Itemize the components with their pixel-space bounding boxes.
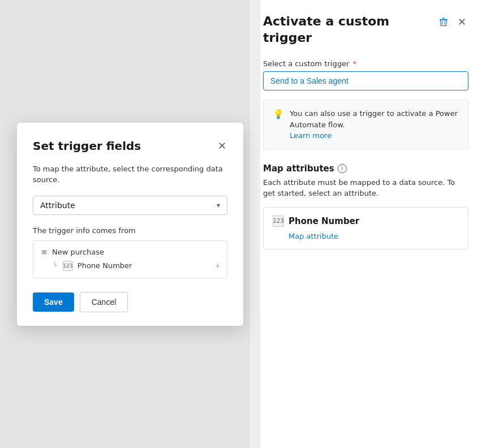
trigger-field-label: Select a custom trigger *	[263, 59, 468, 68]
close-panel-icon: ✕	[458, 16, 466, 28]
tree-branch-icon: └	[53, 261, 57, 270]
attribute-card: 123 Phone Number Map attribute	[263, 207, 468, 249]
trigger-info-label: The trigger info comes from	[33, 226, 227, 235]
source-item-text: Phone Number	[78, 261, 132, 270]
dialog-close-icon: ✕	[218, 140, 226, 152]
phone-number-source-icon: 123	[63, 261, 73, 271]
map-attributes-desc: Each attribute must be mapped to a data …	[263, 177, 468, 199]
dialog-title: Set trigger fields	[33, 139, 141, 153]
info-text: You can also use a trigger to activate a…	[290, 108, 459, 141]
delete-button[interactable]	[436, 15, 451, 29]
close-panel-button[interactable]: ✕	[455, 14, 468, 31]
dialog-header: Set trigger fields ✕	[33, 139, 227, 153]
list-item: ≡ New purchase	[41, 248, 219, 256]
required-marker: *	[352, 59, 356, 68]
dialog-footer: Save Cancel	[33, 292, 227, 312]
map-attributes-header: Map attributes i	[263, 163, 468, 174]
learn-more-link[interactable]: Learn more	[290, 131, 332, 140]
map-attributes-info-icon[interactable]: i	[338, 164, 347, 173]
dialog-description: To map the attribute, select the corresp…	[33, 163, 227, 186]
dialog-overlay: Set trigger fields ✕ To map the attribut…	[0, 0, 260, 448]
trigger-source-box: ≡ New purchase └ 123 Phone Number ›	[33, 240, 227, 278]
save-button[interactable]: Save	[33, 292, 74, 312]
dialog-close-button[interactable]: ✕	[217, 139, 227, 153]
attribute-dropdown[interactable]: Attribute ▾	[33, 196, 227, 215]
map-attributes-title: Map attributes	[263, 163, 334, 174]
right-panel: Activate a custom trigger ✕ Select a cus…	[249, 0, 482, 448]
source-item-text: New purchase	[52, 248, 104, 256]
lightbulb-icon: 💡	[273, 109, 284, 119]
svg-rect-1	[442, 18, 445, 19]
attribute-name: Phone Number	[289, 216, 359, 226]
phone-number-icon: 123	[273, 216, 284, 227]
list-icon: ≡	[41, 248, 48, 256]
panel-actions: ✕	[436, 14, 468, 31]
cancel-button[interactable]: Cancel	[80, 292, 128, 312]
chevron-right-icon: ›	[216, 262, 219, 270]
info-box: 💡 You can also use a trigger to activate…	[263, 100, 468, 150]
attribute-card-header: 123 Phone Number	[273, 216, 459, 227]
trigger-input[interactable]	[263, 71, 468, 91]
panel-header: Activate a custom trigger ✕	[263, 14, 468, 46]
dropdown-value: Attribute	[40, 201, 75, 210]
map-attribute-link[interactable]: Map attribute	[289, 232, 338, 240]
chevron-down-icon: ▾	[217, 201, 220, 209]
set-trigger-fields-dialog: Set trigger fields ✕ To map the attribut…	[17, 123, 243, 326]
delete-icon	[438, 17, 449, 27]
list-item[interactable]: └ 123 Phone Number ›	[41, 261, 219, 271]
panel-title: Activate a custom trigger	[263, 14, 436, 46]
